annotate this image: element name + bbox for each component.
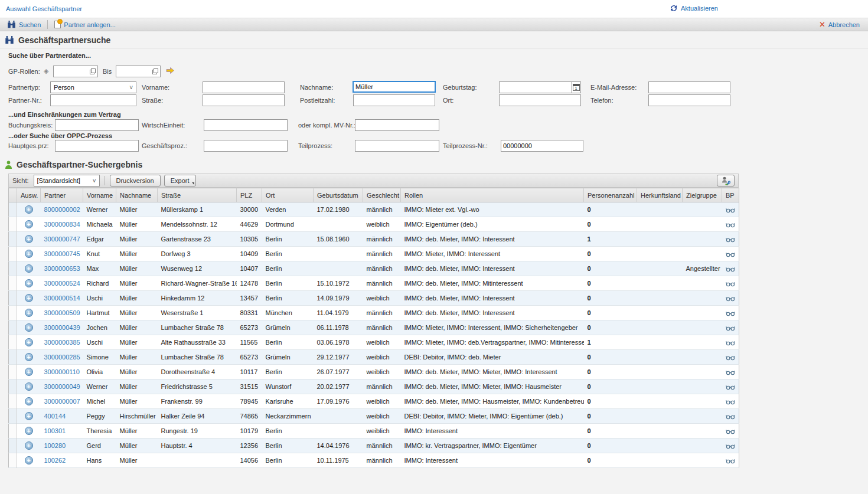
expand-row-icon[interactable]: + xyxy=(25,441,33,450)
partner-link[interactable]: 3000000524 xyxy=(44,280,80,287)
display-bp-icon[interactable] xyxy=(726,442,735,449)
expand-row-icon[interactable]: + xyxy=(25,456,33,464)
display-bp-icon[interactable] xyxy=(726,250,735,257)
row-selector[interactable] xyxy=(9,439,17,453)
partner-link[interactable]: 3000000509 xyxy=(44,309,80,316)
expand-row-icon[interactable]: + xyxy=(25,323,33,332)
row-selector[interactable] xyxy=(9,409,17,424)
display-bp-icon[interactable] xyxy=(726,280,735,287)
display-bp-icon[interactable] xyxy=(726,368,735,375)
row-selector[interactable] xyxy=(9,365,17,380)
row-selector[interactable] xyxy=(9,350,17,365)
partner-link[interactable]: 3000000653 xyxy=(44,265,80,272)
row-selector[interactable] xyxy=(9,424,17,439)
row-selector[interactable] xyxy=(9,291,17,306)
display-bp-icon[interactable] xyxy=(726,221,735,228)
display-bp-icon[interactable] xyxy=(726,354,735,361)
geschaeftsproz-input[interactable] xyxy=(204,142,287,149)
email-input[interactable] xyxy=(649,84,730,91)
vorname-input[interactable] xyxy=(203,84,284,91)
display-bp-icon[interactable] xyxy=(726,413,735,420)
expand-row-icon[interactable]: + xyxy=(25,279,33,287)
druckversion-button[interactable]: Druckversion xyxy=(110,175,161,187)
display-bp-icon[interactable] xyxy=(726,309,735,316)
display-bp-icon[interactable] xyxy=(726,295,735,302)
export-button[interactable]: Export xyxy=(164,175,196,187)
cancel-button[interactable]: ✕ Abbrechen xyxy=(819,21,863,28)
telefon-input[interactable] xyxy=(649,97,730,104)
mvnr-input[interactable] xyxy=(355,122,439,129)
breadcrumb-link[interactable]: Auswahl Geschäftspartner xyxy=(6,5,82,12)
partner-link[interactable]: 3000000007 xyxy=(44,398,80,405)
value-help-icon[interactable] xyxy=(151,66,160,77)
display-bp-icon[interactable] xyxy=(726,265,735,272)
row-selector[interactable] xyxy=(9,394,17,409)
partnernr-input[interactable] xyxy=(51,97,136,104)
strasse-input[interactable] xyxy=(203,97,284,104)
column-header-personenanzahl[interactable]: Personenanzahl xyxy=(584,188,637,202)
display-bp-icon[interactable] xyxy=(726,457,735,464)
row-selector[interactable] xyxy=(9,453,17,468)
sicht-select[interactable]: [Standardsicht] ˅ xyxy=(34,175,100,187)
wirtscheinheit-input[interactable] xyxy=(204,122,287,129)
partner-link[interactable]: 3000000745 xyxy=(44,250,80,257)
hauptges-input[interactable] xyxy=(56,142,138,149)
teilprozess-input[interactable] xyxy=(355,142,439,149)
partner-link[interactable]: 8000000002 xyxy=(44,206,80,213)
geburtstag-input[interactable] xyxy=(500,84,571,91)
multi-select-arrow-icon[interactable] xyxy=(166,67,175,74)
display-bp-icon[interactable] xyxy=(726,324,735,331)
nachname-input[interactable] xyxy=(354,83,435,90)
expand-row-icon[interactable]: + xyxy=(25,235,33,243)
expand-row-icon[interactable]: + xyxy=(25,397,33,405)
display-bp-icon[interactable] xyxy=(726,206,735,213)
search-button[interactable]: Suchen xyxy=(5,21,43,28)
partner-link[interactable]: 3000000747 xyxy=(44,235,80,243)
partner-link[interactable]: 400144 xyxy=(44,413,66,420)
display-bp-icon[interactable] xyxy=(726,383,735,390)
gp-rollen-to-input[interactable] xyxy=(116,68,151,75)
expand-row-icon[interactable]: + xyxy=(25,220,33,228)
column-header-geburtsdatum[interactable]: Geburtsdatum xyxy=(314,188,363,202)
teilprozessnr-input[interactable] xyxy=(501,142,583,149)
row-selector[interactable] xyxy=(9,320,17,335)
expand-row-icon[interactable]: + xyxy=(25,368,33,376)
expand-row-icon[interactable]: + xyxy=(25,264,33,273)
display-bp-icon[interactable] xyxy=(726,339,735,346)
expand-row-icon[interactable]: + xyxy=(25,427,33,435)
partner-link[interactable]: 100280 xyxy=(44,442,66,449)
row-selector[interactable] xyxy=(9,335,17,350)
buchungskreis-input[interactable] xyxy=(56,122,138,129)
row-selector[interactable] xyxy=(9,276,17,291)
expand-row-icon[interactable]: + xyxy=(25,294,33,302)
column-header-nachname[interactable]: Nachname xyxy=(116,188,158,202)
partner-link[interactable]: 3000000834 xyxy=(44,221,80,228)
column-header-rollen[interactable]: Rollen xyxy=(401,188,584,202)
partner-link[interactable]: 100262 xyxy=(44,457,66,464)
expand-row-icon[interactable]: + xyxy=(25,353,33,361)
column-header-plz[interactable]: PLZ xyxy=(237,188,262,202)
partner-link[interactable]: 3000000049 xyxy=(44,383,80,390)
column-header-selector[interactable] xyxy=(9,188,17,202)
partnertyp-select[interactable]: Person ˅ xyxy=(50,81,136,93)
partner-link[interactable]: 3000000110 xyxy=(44,368,80,375)
row-selector[interactable] xyxy=(9,247,17,261)
ort-input[interactable] xyxy=(500,97,580,104)
plz-input[interactable] xyxy=(354,97,435,104)
create-partner-button[interactable]: Partner anlegen... xyxy=(52,21,118,28)
column-header-bp[interactable]: BP xyxy=(722,188,739,202)
expand-row-icon[interactable]: + xyxy=(25,412,33,420)
calendar-icon[interactable] xyxy=(571,82,580,93)
expand-row-icon[interactable]: + xyxy=(25,382,33,391)
row-selector[interactable] xyxy=(9,202,17,217)
row-selector[interactable] xyxy=(9,306,17,320)
column-header-partner[interactable]: Partner xyxy=(41,188,83,202)
personalize-button[interactable] xyxy=(717,175,735,187)
expand-row-icon[interactable]: + xyxy=(25,250,33,258)
row-selector[interactable] xyxy=(9,232,17,247)
refresh-button[interactable]: Aktualisieren xyxy=(670,4,718,12)
gp-rollen-from-input[interactable] xyxy=(54,68,88,75)
column-header-herkunftsland[interactable]: Herkunftsland xyxy=(637,188,683,202)
row-selector[interactable] xyxy=(9,217,17,232)
value-help-icon[interactable] xyxy=(88,66,97,77)
